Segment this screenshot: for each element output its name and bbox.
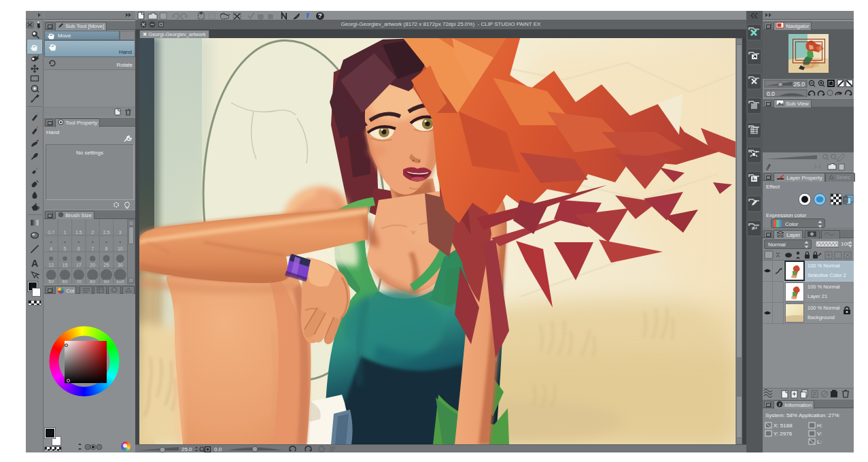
svg-text:0.7: 0.7 xyxy=(48,230,54,235)
svg-text:X: 5188: X: 5188 xyxy=(774,423,793,429)
svg-text:10: 10 xyxy=(118,246,123,251)
svg-text:2.5: 2.5 xyxy=(103,230,110,235)
svg-text:8: 8 xyxy=(105,246,108,251)
svg-text:90: 90 xyxy=(104,279,109,284)
svg-text:25.0: 25.0 xyxy=(181,446,192,452)
svg-text:L:: L: xyxy=(817,439,822,445)
svg-text:1.5: 1.5 xyxy=(75,230,82,235)
svg-text:A: A xyxy=(31,258,38,269)
svg-text:5: 5 xyxy=(64,246,67,251)
svg-text:6: 6 xyxy=(77,246,80,251)
svg-text:V:: V: xyxy=(817,431,822,437)
svg-text:0.0: 0.0 xyxy=(767,90,775,97)
svg-text:4: 4 xyxy=(50,246,52,251)
svg-text:80: 80 xyxy=(90,279,95,284)
svg-text:1: 1 xyxy=(64,230,67,235)
svg-text:50: 50 xyxy=(48,279,54,284)
svg-text:12: 12 xyxy=(48,263,54,267)
svg-text:30: 30 xyxy=(118,263,123,267)
svg-text:70: 70 xyxy=(76,279,82,284)
svg-text:3: 3 xyxy=(119,230,122,235)
svg-text:100: 100 xyxy=(116,279,124,284)
svg-text:?: ? xyxy=(318,13,322,20)
svg-text:15: 15 xyxy=(63,263,68,267)
svg-text:0.0: 0.0 xyxy=(214,446,222,452)
svg-text:20: 20 xyxy=(90,263,95,267)
svg-text:25: 25 xyxy=(104,263,109,267)
svg-text:7: 7 xyxy=(91,246,94,251)
svg-text:2: 2 xyxy=(91,230,94,235)
svg-text:17: 17 xyxy=(76,263,82,267)
svg-text:Y: 2976: Y: 2976 xyxy=(774,431,793,437)
svg-text:60: 60 xyxy=(63,279,68,284)
svg-text:H:: H: xyxy=(817,423,822,429)
svg-text:25.0: 25.0 xyxy=(793,81,805,88)
